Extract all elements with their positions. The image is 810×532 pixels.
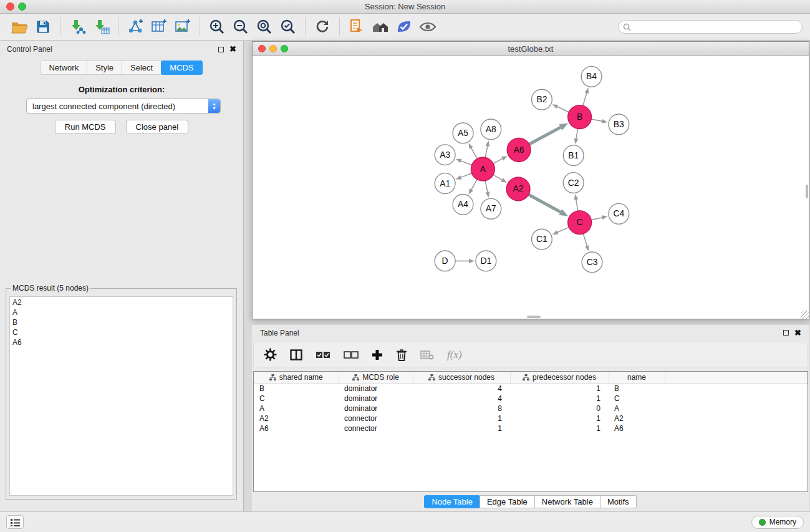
select-all-button[interactable]	[316, 351, 330, 359]
zoom-selected-button[interactable]	[276, 16, 300, 37]
graph-node-A3[interactable]: A3	[435, 145, 455, 165]
result-item[interactable]: C	[12, 327, 230, 337]
graph-node-A8[interactable]: A8	[481, 119, 501, 140]
save-session-button[interactable]	[31, 16, 55, 37]
graph-edge-C-C1[interactable]	[552, 227, 569, 235]
graph-node-A7[interactable]: A7	[481, 198, 501, 219]
graph-edge-A-A2[interactable]	[493, 175, 507, 182]
import-network-button[interactable]	[65, 16, 89, 37]
graph-node-C[interactable]: C	[568, 211, 592, 235]
refresh-button[interactable]	[311, 16, 334, 37]
new-table-button[interactable]	[147, 16, 171, 37]
graph-edge-A-A1[interactable]	[456, 173, 472, 180]
toolbar-search[interactable]	[618, 20, 803, 34]
tab-node-table[interactable]: Node Table	[424, 495, 480, 508]
optimization-criterion-select[interactable]: largest connected component (directed) ▲…	[26, 99, 221, 114]
graph-node-C1[interactable]: C1	[531, 229, 552, 249]
tab-network[interactable]: Network	[40, 60, 87, 75]
result-item[interactable]: A2	[12, 297, 230, 307]
graph-edge-B-B1[interactable]	[574, 128, 579, 144]
graph-node-A[interactable]: A	[471, 157, 494, 181]
tab-mcds[interactable]: MCDS	[161, 60, 202, 75]
zoom-fit-button[interactable]	[253, 16, 276, 37]
graph-edge-C-C3[interactable]	[583, 234, 589, 251]
graph-node-D1[interactable]: D1	[476, 251, 496, 271]
graph-edge-C-C2[interactable]	[574, 194, 578, 211]
tab-select[interactable]: Select	[122, 60, 162, 75]
network-close-button[interactable]	[258, 45, 266, 52]
home-button[interactable]	[369, 16, 392, 37]
graph-edge-A2-C[interactable]	[529, 195, 569, 216]
resize-handle[interactable]	[801, 311, 809, 319]
column-visibility-button[interactable]	[290, 349, 302, 360]
mcds-result-list[interactable]: A2 A B C A6	[9, 296, 233, 496]
graph-node-A1[interactable]: A1	[435, 173, 455, 194]
graph-edge-B-B2[interactable]	[552, 104, 569, 112]
tab-edge-table[interactable]: Edge Table	[480, 495, 535, 508]
deselect-all-button[interactable]	[344, 351, 359, 359]
graph-edge-A-A3[interactable]	[456, 159, 472, 165]
network-zoom-button[interactable]	[281, 45, 288, 52]
table-options-button[interactable]	[264, 348, 277, 361]
column-header-mcds-role[interactable]: MCDS role	[339, 372, 413, 384]
graph-edge-A-A7[interactable]	[485, 181, 489, 198]
export-image-button[interactable]	[171, 16, 195, 37]
graph-edge-D-D1[interactable]	[455, 259, 475, 263]
open-file-button[interactable]	[7, 16, 31, 37]
function-builder-button[interactable]: f(x)	[447, 349, 462, 361]
graph-edge-A-A6[interactable]	[493, 156, 508, 163]
column-header-shared-name[interactable]: shared name	[254, 372, 339, 384]
graph-edge-C-C4[interactable]	[591, 215, 607, 220]
graph-node-C4[interactable]: C4	[609, 203, 629, 224]
close-panel-icon[interactable]: ✖	[229, 46, 236, 52]
column-header-predecessor-nodes[interactable]: predecessor nodes	[510, 372, 609, 384]
memory-button[interactable]: Memory	[751, 516, 804, 529]
run-mcds-button[interactable]: Run MCDS	[55, 120, 116, 134]
graph-edge-A6-B[interactable]	[529, 123, 569, 144]
graph-node-C3[interactable]: C3	[582, 252, 602, 273]
table-row[interactable]: A2connector 11 A2	[254, 414, 808, 423]
zoom-out-button[interactable]	[229, 16, 253, 37]
vertical-scrollbar[interactable]	[806, 185, 808, 198]
graph-edge-A-A4[interactable]	[469, 180, 478, 195]
close-panel-button[interactable]: Close panel	[126, 120, 189, 134]
task-history-button[interactable]	[6, 515, 24, 529]
result-item[interactable]: A	[12, 307, 230, 317]
graph-node-A4[interactable]: A4	[453, 194, 473, 215]
table-row[interactable]: Adominator 80 A	[254, 404, 808, 414]
import-table-button[interactable]	[89, 16, 113, 37]
column-header-successor-nodes[interactable]: successor nodes	[413, 372, 510, 384]
network-graph[interactable]: B4B2BB3A5A8A6B1A3AC2A1A2A4A7C4CC1C3DD1	[253, 57, 809, 319]
graph-node-B1[interactable]: B1	[563, 145, 584, 166]
result-item[interactable]: A6	[12, 337, 230, 347]
hide-columns-button[interactable]	[420, 350, 434, 360]
graph-node-B3[interactable]: B3	[609, 114, 629, 135]
graph-node-C2[interactable]: C2	[563, 173, 584, 193]
float-table-panel-icon[interactable]	[783, 330, 789, 336]
horizontal-scrollbar[interactable]	[527, 316, 541, 318]
graph-node-B2[interactable]: B2	[531, 89, 552, 110]
network-minimize-button[interactable]	[269, 45, 277, 52]
zoom-in-button[interactable]	[205, 16, 229, 37]
float-panel-icon[interactable]	[218, 47, 224, 52]
result-item[interactable]: B	[12, 317, 230, 327]
new-network-button[interactable]	[123, 16, 147, 37]
column-header-name[interactable]: name	[609, 372, 665, 384]
graph-node-D[interactable]: D	[435, 251, 455, 271]
graph-edge-B-B4[interactable]	[583, 88, 589, 106]
graph-node-A6[interactable]: A6	[507, 138, 531, 162]
close-table-panel-icon[interactable]: ✖	[794, 330, 801, 336]
graph-node-A2[interactable]: A2	[506, 177, 530, 201]
validate-button[interactable]	[392, 16, 416, 37]
tab-network-table[interactable]: Network Table	[534, 495, 600, 508]
table-row[interactable]: Bdominator 41 B	[254, 384, 808, 394]
network-window-titlebar[interactable]: testGlobe.txt	[253, 42, 809, 56]
tab-motifs[interactable]: Motifs	[600, 495, 637, 508]
table-row[interactable]: Cdominator 41 C	[254, 394, 808, 404]
graph-edge-B-B3[interactable]	[591, 119, 607, 123]
graph-node-A5[interactable]: A5	[453, 123, 473, 143]
add-column-button[interactable]	[372, 349, 383, 360]
open-session-doc-button[interactable]	[345, 16, 369, 37]
delete-column-button[interactable]	[396, 349, 407, 361]
show-hide-button[interactable]	[416, 16, 440, 37]
